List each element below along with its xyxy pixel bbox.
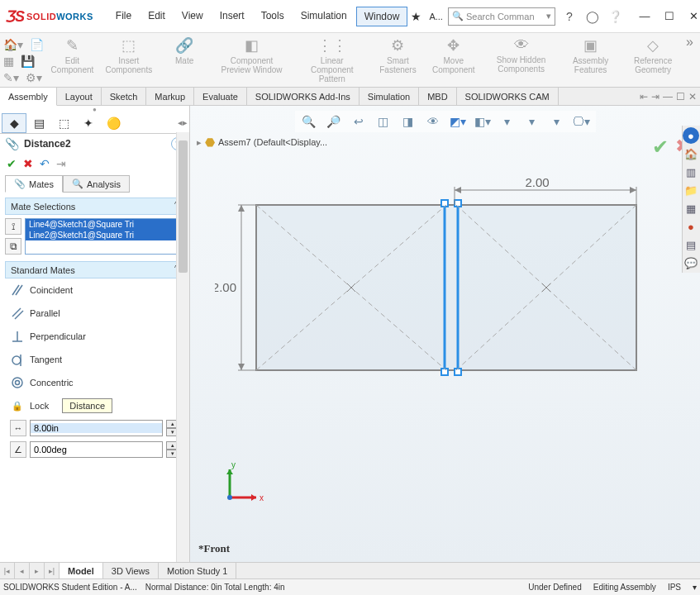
zoom-fit-icon[interactable]: 🔍: [300, 112, 318, 131]
viewport-ok-icon[interactable]: ✔: [652, 136, 669, 159]
property-manager-tab[interactable]: ▤: [26, 113, 51, 133]
save-icon[interactable]: 💾: [21, 55, 35, 68]
tab-right-icon[interactable]: ▸: [183, 117, 188, 128]
distance-input[interactable]: [30, 420, 163, 436]
ribbon-assembly-features[interactable]: ▣Assembly Features: [561, 35, 620, 76]
display-style-icon[interactable]: ◨: [399, 112, 417, 131]
tab-layout[interactable]: Layout: [57, 88, 102, 105]
breadcrumb[interactable]: ▸ ⬣ Assem7 (Default<Display...: [197, 136, 327, 149]
chat-icon[interactable]: 💬: [683, 255, 699, 271]
selection-filter2-icon[interactable]: ⧉: [5, 238, 21, 255]
mate-lock-label[interactable]: Lock: [30, 401, 49, 411]
tab-addins[interactable]: SOLIDWORKS Add-Ins: [247, 88, 360, 105]
bt-last-icon[interactable]: ▸|: [45, 563, 60, 578]
settings-icon[interactable]: 🖵▾: [573, 112, 591, 131]
menu-tools[interactable]: Tools: [254, 7, 292, 26]
doc-icon[interactable]: 📄: [30, 38, 44, 51]
display-manager-tab[interactable]: 🟡: [101, 113, 126, 133]
mate-selections-header[interactable]: Mate Selections ˄: [5, 198, 184, 215]
bottom-tab-3dviews[interactable]: 3D Views: [103, 563, 159, 578]
search-dropdown-icon[interactable]: ▾: [546, 11, 551, 21]
solidworks-resources-icon[interactable]: ●: [683, 127, 699, 144]
ribbon-smart-fasteners[interactable]: ⚙Smart Fasteners: [372, 35, 425, 76]
status-arrow-icon[interactable]: ▾: [693, 583, 697, 592]
ribbon-overflow[interactable]: »: [686, 35, 697, 50]
dimxpert-tab[interactable]: ✦: [76, 113, 101, 133]
mate-coincident[interactable]: Coincident: [7, 278, 183, 302]
menu-insert[interactable]: Insert: [212, 7, 252, 26]
home-icon[interactable]: 🏠▾: [3, 38, 23, 51]
tab-cam[interactable]: SOLIDWORKS CAM: [457, 88, 559, 105]
star-icon[interactable]: ★: [407, 8, 424, 25]
zoom-area-icon[interactable]: 🔎: [325, 112, 343, 131]
selection-filter1-icon[interactable]: ⟟: [5, 218, 21, 235]
close-button[interactable]: ✕: [683, 7, 700, 26]
bottom-tab-model[interactable]: Model: [60, 563, 103, 578]
appearances-icon[interactable]: ▦: [683, 200, 699, 217]
file-explorer-icon[interactable]: ▥: [683, 164, 699, 180]
tab-evaluate[interactable]: Evaluate: [194, 88, 247, 105]
appearance-icon[interactable]: ▾: [498, 112, 517, 131]
render-icon[interactable]: ▾: [523, 112, 541, 131]
analysis-tab[interactable]: 🔍Analysis: [63, 175, 130, 193]
help2-icon[interactable]: ❔: [607, 7, 625, 26]
angle-input[interactable]: [30, 441, 163, 458]
mates-tab[interactable]: 📎Mates: [5, 175, 63, 193]
menu-window[interactable]: Window: [356, 7, 408, 26]
tab-sketch[interactable]: Sketch: [102, 88, 147, 105]
ribbon-linear-pattern[interactable]: ⋮⋮Linear Component Pattern: [294, 35, 370, 85]
grid-icon[interactable]: ▦: [3, 55, 14, 68]
view-cube-icon[interactable]: ◩▾: [449, 112, 467, 131]
search-commands[interactable]: 🔍 Search Comman ▾: [448, 7, 555, 26]
user-icon[interactable]: ◯: [583, 7, 602, 26]
vp-next-icon[interactable]: ⇥: [651, 91, 660, 102]
design-library-icon[interactable]: 🏠: [683, 145, 699, 162]
pin-button[interactable]: ⇥: [56, 157, 66, 170]
menu-file[interactable]: File: [108, 7, 139, 26]
gear-icon[interactable]: ⚙▾: [26, 71, 42, 84]
help-icon[interactable]: ?: [560, 7, 579, 26]
prev-view-icon[interactable]: ↩: [350, 112, 368, 131]
mate-perpendicular[interactable]: Perpendicular: [7, 325, 183, 348]
bt-prev-icon[interactable]: ◂: [15, 563, 30, 578]
ok-button[interactable]: ✔: [7, 157, 17, 170]
vp-prev-icon[interactable]: ⇤: [640, 91, 648, 102]
minimize-button[interactable]: —: [633, 7, 656, 26]
tab-markup[interactable]: Markup: [146, 88, 194, 105]
tool-icon[interactable]: ✎▾: [3, 71, 19, 84]
menu-view[interactable]: View: [174, 7, 211, 26]
maximize-button[interactable]: ☐: [658, 7, 681, 26]
menu-edit[interactable]: Edit: [140, 7, 173, 26]
hide-show-icon[interactable]: 👁: [424, 112, 442, 131]
ribbon-move-component[interactable]: ✥Move Component: [426, 35, 481, 76]
ribbon-insert-components[interactable]: ⬚Insert Components: [100, 35, 159, 76]
ribbon-reference-geometry[interactable]: ◇Reference Geometry: [621, 35, 684, 76]
ribbon-mate[interactable]: 🔗Mate: [160, 35, 209, 67]
ribbon-component-preview[interactable]: ◧Component Preview Window: [211, 35, 293, 76]
status-units[interactable]: IPS: [668, 583, 681, 592]
distance-icon[interactable]: ↔: [10, 420, 26, 436]
vp-max-icon[interactable]: ☐: [676, 91, 685, 102]
scene-icon[interactable]: ◧▾: [474, 112, 492, 131]
undo-button[interactable]: ↶: [40, 157, 50, 170]
tab-mbd[interactable]: MBD: [419, 88, 456, 105]
selection-list[interactable]: Line4@Sketch1@Square Tri Line2@Sketch1@S…: [25, 218, 184, 255]
camera-icon[interactable]: ▾: [548, 112, 566, 131]
angle-icon[interactable]: ∠: [10, 441, 26, 458]
vp-close-icon[interactable]: ✕: [688, 91, 697, 102]
ribbon-edit-component[interactable]: ✎Edit Component: [46, 35, 98, 76]
tab-assembly[interactable]: Assembly: [0, 88, 57, 106]
menu-simulation[interactable]: Simulation: [293, 7, 355, 26]
lock-icon[interactable]: 🔒: [10, 398, 25, 413]
feature-manager-tab[interactable]: ◆: [2, 113, 26, 133]
orientation-triad[interactable]: x y: [215, 463, 264, 512]
selection-item[interactable]: Line4@Sketch1@Square Tri: [26, 219, 183, 230]
vp-min-icon[interactable]: —: [663, 91, 673, 102]
cancel-button[interactable]: ✖: [23, 157, 33, 170]
bottom-tab-motion[interactable]: Motion Study 1: [159, 563, 236, 578]
tab-simulation[interactable]: Simulation: [360, 88, 419, 105]
forum-icon[interactable]: ▤: [683, 236, 699, 253]
mate-tangent[interactable]: Tangent: [7, 348, 183, 371]
selection-item[interactable]: Line2@Sketch1@Square Tri: [26, 230, 183, 240]
mate-concentric[interactable]: Concentric: [7, 371, 183, 394]
